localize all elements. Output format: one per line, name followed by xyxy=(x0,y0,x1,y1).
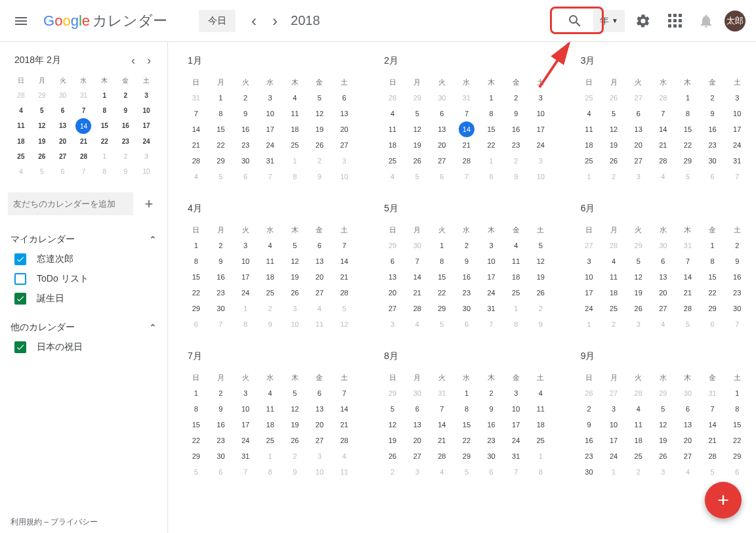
day-other[interactable]: 5 xyxy=(454,464,479,480)
day[interactable]: 5 xyxy=(307,90,332,106)
day[interactable]: 25 xyxy=(258,433,283,448)
notifications-icon[interactable] xyxy=(693,8,719,34)
day[interactable]: 26 xyxy=(626,301,651,316)
mini-day[interactable]: 16 xyxy=(115,118,136,134)
day[interactable]: 9 xyxy=(233,106,258,121)
day-other[interactable]: 31 xyxy=(675,238,700,253)
day[interactable]: 18 xyxy=(601,285,626,301)
day[interactable]: 9 xyxy=(209,401,234,417)
day[interactable]: 11 xyxy=(380,121,405,137)
day[interactable]: 7 xyxy=(332,385,357,401)
mini-day[interactable]: 27 xyxy=(52,149,74,164)
month-title[interactable]: 3月 xyxy=(577,55,749,67)
day[interactable]: 12 xyxy=(528,253,553,269)
day[interactable]: 11 xyxy=(503,253,528,269)
day[interactable]: 7 xyxy=(675,253,700,269)
day[interactable]: 10 xyxy=(503,401,528,417)
day[interactable]: 25 xyxy=(626,448,651,464)
day[interactable]: 1 xyxy=(184,238,209,253)
day-other[interactable]: 29 xyxy=(651,385,676,401)
day[interactable]: 28 xyxy=(675,301,700,316)
mini-day[interactable]: 3 xyxy=(136,149,157,164)
day-other[interactable]: 5 xyxy=(675,169,700,184)
day[interactable]: 18 xyxy=(380,137,405,153)
day[interactable]: 8 xyxy=(724,401,749,417)
day-other[interactable]: 29 xyxy=(405,90,430,106)
day-other[interactable]: 11 xyxy=(332,464,357,480)
day[interactable]: 2 xyxy=(724,238,749,253)
day[interactable]: 1 xyxy=(675,90,700,106)
day-other[interactable]: 6 xyxy=(430,169,455,184)
day[interactable]: 8 xyxy=(209,106,234,121)
day-other[interactable]: 27 xyxy=(601,385,626,401)
day[interactable]: 25 xyxy=(258,285,283,301)
day[interactable]: 23 xyxy=(724,285,749,301)
day[interactable]: 9 xyxy=(503,106,528,121)
day[interactable]: 10 xyxy=(258,106,283,121)
day[interactable]: 4 xyxy=(258,238,283,253)
day[interactable]: 13 xyxy=(651,269,676,285)
day[interactable]: 27 xyxy=(626,153,651,169)
day[interactable]: 19 xyxy=(380,433,405,448)
day[interactable]: 18 xyxy=(626,433,651,448)
mini-day[interactable]: 22 xyxy=(94,134,115,149)
day[interactable]: 31 xyxy=(258,153,283,169)
day[interactable]: 12 xyxy=(307,106,332,121)
day-other[interactable]: 31 xyxy=(700,385,725,401)
day[interactable]: 27 xyxy=(380,301,405,316)
mini-day[interactable]: 2 xyxy=(115,88,136,103)
day-other[interactable]: 7 xyxy=(503,464,528,480)
day[interactable]: 28 xyxy=(454,153,479,169)
day-other[interactable]: 5 xyxy=(405,169,430,184)
day[interactable]: 22 xyxy=(675,137,700,153)
day-other[interactable]: 27 xyxy=(626,90,651,106)
day[interactable]: 3 xyxy=(258,90,283,106)
day[interactable]: 22 xyxy=(700,285,725,301)
day[interactable]: 11 xyxy=(258,253,283,269)
today-button[interactable]: 今日 xyxy=(199,10,236,32)
day[interactable]: 29 xyxy=(724,448,749,464)
day[interactable]: 17 xyxy=(724,121,749,137)
day[interactable]: 25 xyxy=(503,285,528,301)
day[interactable]: 15 xyxy=(209,121,234,137)
day[interactable]: 24 xyxy=(479,285,504,301)
day[interactable]: 1 xyxy=(454,385,479,401)
mini-day[interactable]: 25 xyxy=(10,149,32,164)
day[interactable]: 24 xyxy=(577,301,602,316)
day[interactable]: 21 xyxy=(332,269,357,285)
day[interactable]: 28 xyxy=(184,153,209,169)
day[interactable]: 14 xyxy=(332,401,357,417)
day[interactable]: 8 xyxy=(454,401,479,417)
mini-day[interactable]: 6 xyxy=(52,164,74,179)
avatar[interactable]: 太郎 xyxy=(724,11,746,32)
day[interactable]: 10 xyxy=(601,417,626,433)
day[interactable]: 1 xyxy=(184,385,209,401)
day[interactable]: 11 xyxy=(528,401,553,417)
day[interactable]: 1 xyxy=(724,385,749,401)
day[interactable]: 2 xyxy=(479,385,504,401)
day[interactable]: 13 xyxy=(405,417,430,433)
day[interactable]: 17 xyxy=(577,285,602,301)
month-title[interactable]: 6月 xyxy=(577,203,749,215)
day[interactable]: 27 xyxy=(430,153,455,169)
day[interactable]: 12 xyxy=(282,401,307,417)
day[interactable]: 11 xyxy=(601,269,626,285)
day[interactable]: 9 xyxy=(724,253,749,269)
day[interactable]: 9 xyxy=(479,401,504,417)
day-other[interactable]: 8 xyxy=(282,169,307,184)
day[interactable]: 28 xyxy=(700,448,725,464)
day-other[interactable]: 3 xyxy=(380,316,405,332)
day[interactable]: 7 xyxy=(700,401,725,417)
day[interactable]: 4 xyxy=(577,106,602,121)
day[interactable]: 22 xyxy=(430,285,455,301)
day[interactable]: 20 xyxy=(626,137,651,153)
day[interactable]: 5 xyxy=(380,401,405,417)
day[interactable]: 29 xyxy=(675,153,700,169)
day-other[interactable]: 29 xyxy=(380,238,405,253)
day[interactable]: 3 xyxy=(601,401,626,417)
day-other[interactable]: 9 xyxy=(528,316,553,332)
mini-prev[interactable]: ‹ xyxy=(125,53,141,68)
day[interactable]: 19 xyxy=(601,137,626,153)
day[interactable]: 17 xyxy=(528,121,553,137)
day[interactable]: 4 xyxy=(282,90,307,106)
